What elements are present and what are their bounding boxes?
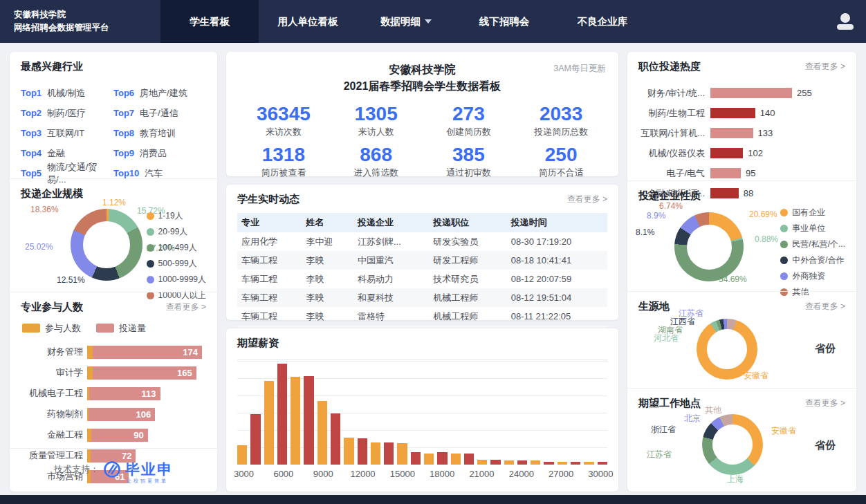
stat-label: 来访次数: [237, 126, 330, 138]
majors-row-bars: 113: [87, 387, 206, 400]
stat-label: 进入筛选数: [330, 167, 423, 179]
tab-label: 数据明细: [380, 15, 421, 28]
table-cell: 雷格特: [353, 307, 429, 326]
majors-row: 金融工程90: [21, 424, 206, 445]
x-axis-tick: 18000: [430, 469, 454, 479]
biyeshen-tagline: 让校招更简单: [127, 478, 168, 485]
brand-line2: 网络招聘会数据管理平台: [14, 21, 160, 35]
legend-label: 参与人数: [45, 323, 81, 333]
submissions-bar: 106: [89, 408, 155, 421]
table-column-header: 投递职位: [429, 213, 506, 232]
industries-list: Top1机械/制造Top2制药/医疗Top3互联网/ITTop4金融Top5物流…: [21, 83, 206, 183]
user-menu-button[interactable]: [824, 0, 866, 43]
job-heat-bar: [710, 88, 792, 98]
majors-title: 专业参与人数: [21, 301, 83, 314]
industry-rank: Top7: [113, 108, 134, 118]
stat-label: 来访人数: [330, 126, 423, 138]
right-panel: 职位投递热度 查看更多 > 财务/审计/统...255制药/生物工程140互联网…: [627, 52, 856, 492]
histogram-bar: [397, 443, 407, 465]
table-cell: 中国重汽: [353, 251, 429, 270]
industry-name: 汽车: [145, 167, 163, 180]
legend-swatch: [96, 324, 114, 333]
table-cell: 应用化学: [237, 232, 302, 251]
stat-label: 投递简历总数: [515, 126, 607, 138]
legend-item: 100-499人: [147, 242, 206, 254]
activity-more-link[interactable]: 查看更多 >: [567, 194, 607, 205]
histogram-bar: [558, 462, 567, 465]
legend-dot: [780, 241, 788, 248]
table-column-header: 投递时间: [507, 213, 607, 232]
majors-row-bars: 165: [87, 366, 206, 380]
majors-legend-item: 参与人数: [22, 322, 81, 335]
table-row: 车辆工程李映雷格特机械工程师08-11 21:22:05: [237, 307, 607, 326]
user-icon: [836, 13, 854, 30]
table-cell: 车辆工程: [237, 307, 302, 326]
table-cell: 机械工程师: [429, 288, 506, 307]
tab-用人单位看板[interactable]: 用人单位看板: [259, 0, 357, 43]
work-location-more-link[interactable]: 查看更多 >: [805, 398, 845, 409]
majors-row-label: 药物制剂: [21, 408, 87, 420]
histogram-bar: [490, 460, 500, 465]
tab-数据明细[interactable]: 数据明细: [357, 0, 455, 43]
stat-value: 385: [423, 144, 515, 166]
top-nav: 安徽科技学院 网络招聘会数据管理平台 学生看板用人单位看板数据明细线下招聘会不良…: [0, 0, 866, 43]
stat-value: 2033: [515, 103, 607, 125]
job-heat-value: 95: [741, 168, 755, 178]
tab-不良企业库[interactable]: 不良企业库: [553, 0, 652, 43]
tab-label: 学生看板: [190, 15, 230, 28]
table-cell: 08-18 10:41:41: [507, 251, 607, 270]
activity-table: 专业姓名投递企业投递职位投递时间 应用化学李中迎江苏剑牌...研发实验员08-3…: [237, 213, 607, 344]
majors-row: 机械电子工程113: [21, 383, 206, 404]
legend-label: 投递量: [119, 323, 146, 333]
histogram-bar: [411, 452, 421, 465]
industry-rank: Top3: [21, 128, 42, 138]
tab-学生看板[interactable]: 学生看板: [160, 0, 259, 43]
origin-more-link[interactable]: 查看更多 >: [805, 301, 845, 312]
job-heat-title: 职位投递热度: [638, 60, 701, 73]
job-heat-bar: [710, 128, 753, 138]
legend-item: 20-99人: [147, 226, 206, 238]
donut-label: 江苏省: [647, 449, 672, 460]
donut-label: 河北省: [654, 333, 679, 344]
donut-label: 54.69%: [719, 274, 747, 284]
job-heat-label: 机械/仪器仪表: [638, 147, 710, 160]
histogram-bar: [250, 414, 260, 465]
job-heat-value: 133: [753, 128, 773, 138]
bar-value: 165: [177, 368, 196, 378]
legend-label: 1-19人: [158, 210, 183, 222]
industries-title: 最感兴趣行业: [21, 60, 83, 73]
stat-label: 简历被查看: [237, 167, 330, 179]
donut-label: 12.51%: [57, 275, 85, 285]
legend-item: 中外合资/合作: [780, 254, 845, 266]
industry-rank: Top6: [113, 88, 134, 98]
donut-label: 安徽省: [771, 425, 796, 437]
stat-item: 1318简历被查看: [237, 144, 330, 179]
industry-rank: Top10: [113, 168, 139, 178]
industry-rank: Top1: [21, 88, 42, 98]
table-cell: 研发工程师: [429, 251, 506, 270]
table-column-header: 投递企业: [353, 213, 429, 232]
table-cell: 江苏剑牌...: [353, 232, 429, 251]
job-heat-more-link[interactable]: 查看更多 >: [805, 61, 845, 73]
job-heat-row: 机械/仪器仪表102: [638, 143, 845, 163]
industry-item: Top2制药/医疗: [21, 103, 113, 123]
x-axis-tick: 3000: [234, 469, 254, 479]
header-stats-card: 3AM每日更新 安徽科技学院 2021届春季招聘会学生数据看板 36345来访次…: [226, 52, 618, 176]
x-axis-tick: 30000: [588, 469, 613, 479]
industry-name: 房地产/建筑: [140, 87, 187, 100]
origin-title: 生源地: [638, 300, 670, 313]
salary-x-axis: 3000600090001200015000180002100024000270…: [237, 467, 607, 481]
industry-rank: Top9: [113, 148, 134, 158]
x-axis-tick: 24000: [509, 469, 534, 479]
table-cell: 李映: [302, 307, 353, 326]
chart-legend: 1-19人20-99人100-499人500-999人1000-9999人100…: [147, 210, 206, 301]
job-heat-label: 财务/审计/统...: [638, 87, 710, 100]
majors-more-link[interactable]: 查看更多 >: [166, 301, 206, 313]
tab-线下招聘会[interactable]: 线下招聘会: [455, 0, 553, 43]
work-location-chart: 其他北京浙江省江苏省上海安徽省省份: [638, 410, 845, 481]
legend-item: 民营/私营/个...: [780, 239, 845, 250]
center-panel: 3AM每日更新 安徽科技学院 2021届春季招聘会学生数据看板 36345来访次…: [226, 52, 618, 492]
stat-label: 创建简历数: [423, 126, 515, 138]
section-work-location: 期望工作地点 查看更多 > 其他北京浙江省江苏省上海安徽省省份: [627, 388, 856, 484]
histogram-bar: [504, 460, 514, 465]
